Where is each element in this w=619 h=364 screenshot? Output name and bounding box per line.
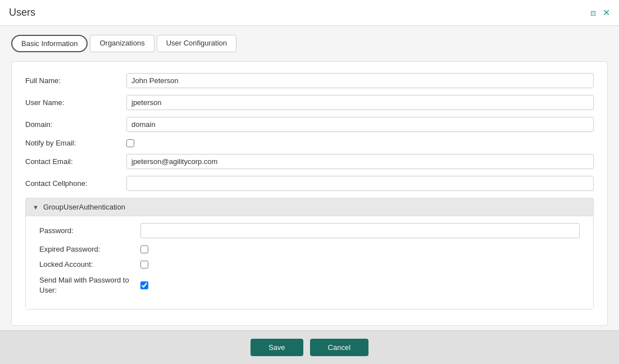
checkbox-expired-password[interactable] [140, 245, 148, 253]
form-row-notify-email: Notify by Email: [25, 139, 594, 147]
modal-footer: Save Cancel [0, 330, 619, 364]
label-send-mail: Send Mail with Password to User: [39, 275, 140, 295]
label-locked-account: Locked Account: [39, 260, 140, 269]
label-contact-cellphone: Contact Cellphone: [25, 179, 126, 188]
label-full-name: Full Name: [25, 76, 126, 85]
group-title: GroupUserAuthentication [43, 203, 125, 211]
close-icon[interactable]: ✕ [603, 7, 610, 18]
input-contact-email[interactable] [126, 154, 594, 169]
input-password[interactable] [140, 223, 580, 238]
input-contact-cellphone[interactable] [126, 176, 594, 191]
form-row-password: Password: [39, 223, 580, 238]
modal-title: Users [9, 7, 35, 19]
input-domain[interactable] [126, 117, 594, 132]
tabs-container: Basic Information Organizations User Con… [11, 35, 608, 52]
label-password: Password: [39, 226, 140, 235]
form-row-full-name: Full Name: [25, 73, 594, 88]
group-user-authentication: ▼ GroupUserAuthentication Password: Expi… [25, 198, 594, 310]
label-contact-email: Contact Email: [25, 157, 126, 166]
cancel-button[interactable]: Cancel [310, 339, 368, 356]
tab-basic-information[interactable]: Basic Information [11, 35, 88, 52]
expand-icon[interactable]: ⧈ [590, 8, 596, 18]
input-user-name[interactable] [126, 95, 594, 110]
form-row-domain: Domain: [25, 117, 594, 132]
checkbox-locked-account[interactable] [140, 261, 148, 269]
label-user-name: User Name: [25, 98, 126, 107]
label-notify-email: Notify by Email: [25, 139, 126, 147]
modal: Users ⧈ ✕ Basic Information Organization… [0, 0, 619, 364]
form-row-user-name: User Name: [25, 95, 594, 110]
form-row-send-mail: Send Mail with Password to User: [39, 275, 580, 295]
group-body: Password: Expired Password: Locked Accou… [26, 216, 593, 309]
form-row-locked-account: Locked Account: [39, 260, 580, 269]
header-icons: ⧈ ✕ [590, 7, 610, 18]
modal-header: Users ⧈ ✕ [0, 0, 619, 26]
input-full-name[interactable] [126, 73, 594, 88]
group-header[interactable]: ▼ GroupUserAuthentication [26, 198, 593, 216]
save-button[interactable]: Save [251, 339, 303, 356]
form-row-contact-email: Contact Email: [25, 154, 594, 169]
checkbox-notify-email[interactable] [126, 139, 134, 147]
tab-user-configuration[interactable]: User Configuration [157, 35, 236, 52]
form-panel: Full Name: User Name: Domain: Notify by … [11, 61, 608, 326]
label-expired-password: Expired Password: [39, 245, 140, 253]
group-chevron-icon: ▼ [33, 204, 39, 211]
checkbox-send-mail[interactable] [140, 281, 148, 289]
form-row-expired-password: Expired Password: [39, 245, 580, 253]
tab-organizations[interactable]: Organizations [90, 35, 154, 52]
label-domain: Domain: [25, 120, 126, 129]
form-row-contact-cellphone: Contact Cellphone: [25, 176, 594, 191]
modal-body: Basic Information Organizations User Con… [0, 26, 619, 330]
